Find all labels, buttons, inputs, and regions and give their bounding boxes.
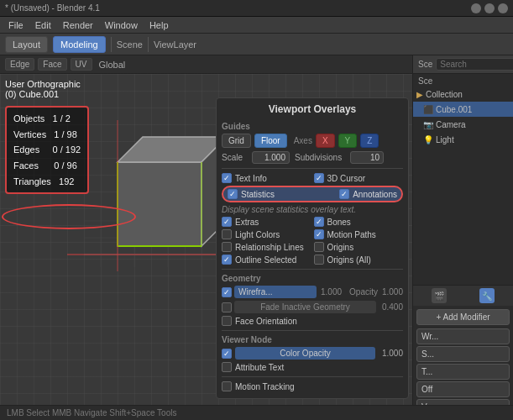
- light-icon: 💡: [423, 135, 433, 144]
- outline-selected-row: ✓ Outline Selected: [222, 255, 311, 265]
- subdivisions-label: Subdivisions: [295, 153, 345, 162]
- face-orient-label: Face Orientation: [235, 317, 297, 326]
- viewer-node-label: Viewer Node: [222, 335, 403, 344]
- bones-checkbox[interactable]: ✓: [314, 217, 324, 227]
- color-opacity-checkbox[interactable]: ✓: [222, 349, 232, 359]
- wireframe-row: ✓ Wirefra... 1.000 Opacity 1.000: [222, 286, 403, 298]
- motion-tracking-row: Motion Tracking: [222, 381, 403, 391]
- light-label: Light: [436, 135, 454, 144]
- menu-file[interactable]: File: [3, 18, 29, 32]
- outline-selected-label: Outline Selected: [235, 255, 296, 265]
- face-btn[interactable]: Face: [38, 58, 66, 71]
- origins-all-checkbox[interactable]: [314, 255, 324, 265]
- edge-btn[interactable]: Edge: [5, 58, 34, 71]
- axis-x-toggle[interactable]: X: [316, 134, 335, 148]
- color-opacity-field[interactable]: Color Opacity: [235, 347, 375, 360]
- face-orientation-row: Face Orientation: [222, 316, 403, 326]
- axes-label: Axes: [294, 136, 312, 145]
- light-colors-checkbox[interactable]: [222, 229, 232, 239]
- viewport-header: Edge Face UV Global: [0, 55, 412, 74]
- minimize-button[interactable]: [471, 3, 481, 13]
- color-opacity-value: 1.000: [382, 349, 403, 358]
- motion-tracking-checkbox[interactable]: [222, 381, 232, 391]
- scale-input[interactable]: [252, 151, 290, 164]
- outliner-cube[interactable]: ⬛ Cube.001: [413, 102, 513, 117]
- modifier-item-2[interactable]: T...: [416, 364, 510, 380]
- wireframe-field[interactable]: Wirefra...: [234, 286, 317, 298]
- check-grid-1: ✓ Text Info ✓ 3D Cursor: [222, 173, 403, 183]
- modifier-item-0[interactable]: Wr...: [416, 328, 510, 344]
- motion-tracking-label: Motion Tracking: [235, 382, 295, 391]
- statistics-checkbox[interactable]: ✓: [228, 189, 238, 199]
- origins-checkbox[interactable]: [314, 242, 324, 252]
- workspace-toolbar: Layout Modeling Scene ViewLayer: [0, 34, 513, 55]
- extras-checkbox[interactable]: ✓: [222, 217, 232, 227]
- modifier-item-1[interactable]: S...: [416, 346, 510, 362]
- scene-field-label: Scene: [117, 39, 143, 50]
- annotations-label: Annotations: [353, 190, 397, 199]
- motion-paths-checkbox[interactable]: ✓: [314, 229, 324, 239]
- motion-paths-label: Motion Paths: [327, 230, 376, 239]
- text-info-row: ✓ Text Info: [222, 173, 311, 183]
- guides-section-label: Guides: [222, 122, 403, 131]
- modifier-icon[interactable]: 🔧: [479, 288, 495, 303]
- bones-label: Bones: [327, 218, 351, 227]
- cursor-label: 3D Cursor: [327, 174, 366, 183]
- floor-toggle[interactable]: Floor: [254, 134, 287, 148]
- origins-row: Origins: [314, 242, 404, 252]
- check-grid-5: ✓ Outline Selected Origins (All): [222, 255, 403, 265]
- viewlayer-label: ViewLayer: [154, 39, 196, 50]
- attribute-text-checkbox[interactable]: [222, 362, 232, 372]
- uv-btn[interactable]: UV: [71, 58, 92, 71]
- attribute-text-label: Attribute Text: [235, 363, 284, 372]
- wireframe-checkbox[interactable]: ✓: [222, 287, 232, 297]
- menu-edit[interactable]: Edit: [30, 18, 56, 32]
- menu-window[interactable]: Window: [100, 18, 143, 32]
- outliner-light[interactable]: 💡 Light: [413, 132, 513, 147]
- scale-row: Scale Subdivisions: [222, 151, 403, 164]
- menu-help[interactable]: Help: [144, 18, 174, 32]
- origins-label: Origins: [327, 243, 354, 252]
- scene-props-icon[interactable]: 🎬: [432, 288, 447, 303]
- grid-toggle[interactable]: Grid: [222, 134, 251, 148]
- face-orient-checkbox[interactable]: [222, 316, 232, 326]
- outliner-camera[interactable]: 📷 Camera: [413, 117, 513, 132]
- status-bar: LMB Select MMB Navigate Shift+Space Tool…: [0, 405, 513, 420]
- fade-inactive-field: Fade Inactive Geometry: [234, 301, 376, 313]
- relationship-lines-checkbox[interactable]: [222, 242, 232, 252]
- outliner-collection[interactable]: ▶ Collection: [413, 87, 513, 102]
- opacity-value: 1.000: [382, 287, 403, 297]
- origins-all-label: Origins (All): [327, 255, 371, 265]
- outliner-items: ▶ Collection ⬛ Cube.001 📷 Camera 💡 Light: [413, 87, 513, 285]
- right-sidebar: Sce Sce ▶ Collection ⬛ Cube.001 📷 Camera…: [412, 55, 513, 420]
- status-text: LMB Select MMB Navigate Shift+Space Tool…: [7, 408, 176, 417]
- axis-z-toggle[interactable]: Z: [360, 134, 379, 148]
- fade-inactive-row: Fade Inactive Geometry 0.400: [222, 301, 403, 313]
- tab-layout[interactable]: Layout: [5, 36, 48, 53]
- color-opacity-row: ✓ Color Opacity 1.000: [222, 347, 403, 360]
- mode-label: Global: [99, 60, 126, 70]
- axis-y-toggle[interactable]: Y: [338, 134, 358, 148]
- subdivisions-input[interactable]: [350, 151, 384, 164]
- props-area: + Add Modifier Wr... S... T... Off V...: [413, 306, 513, 420]
- viewport-area[interactable]: Edge Face UV Global User Orthographic (0…: [0, 55, 412, 420]
- guides-toggles: Grid Floor Axes X Y Z: [222, 134, 403, 148]
- separator2: [222, 269, 403, 270]
- panel-title: Viewport Overlays: [222, 103, 403, 115]
- motion-paths-row: ✓ Motion Paths: [314, 229, 404, 239]
- outline-selected-checkbox[interactable]: ✓: [222, 255, 232, 265]
- text-info-checkbox[interactable]: ✓: [222, 173, 232, 183]
- tab-modeling[interactable]: Modeling: [53, 36, 106, 53]
- extras-row: ✓ Extras: [222, 217, 311, 227]
- add-modifier-button[interactable]: + Add Modifier: [416, 309, 510, 325]
- maximize-button[interactable]: [484, 3, 495, 13]
- menu-render[interactable]: Render: [58, 18, 98, 32]
- cursor-checkbox[interactable]: ✓: [314, 173, 324, 183]
- modifier-item-3[interactable]: Off: [416, 381, 510, 397]
- close-button[interactable]: [498, 3, 508, 13]
- annotations-checkbox[interactable]: ✓: [339, 189, 349, 199]
- title-bar: * (Unsaved) - Blender 4.1: [0, 0, 513, 17]
- toolbar-separator: [111, 37, 112, 52]
- sidebar-search[interactable]: [436, 58, 513, 71]
- fade-inactive-checkbox[interactable]: [222, 302, 232, 312]
